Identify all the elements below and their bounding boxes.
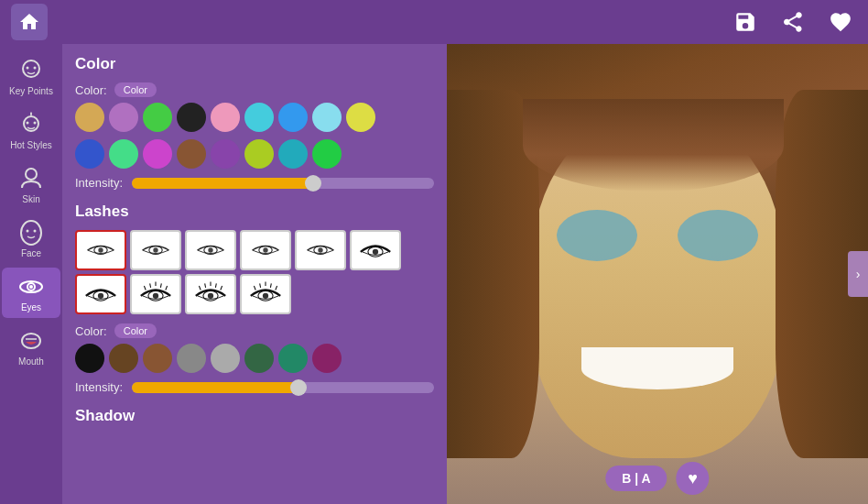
eyes-area [557, 210, 759, 261]
svg-line-31 [144, 286, 146, 290]
lash-color-swatches [75, 344, 434, 373]
color-swatch-row1-0[interactable] [75, 103, 104, 132]
intensity-label-lash: Intensity: [75, 380, 123, 394]
lash-color-swatch-5[interactable] [244, 344, 274, 373]
svg-line-35 [166, 286, 168, 290]
color-swatch-row1-1[interactable] [109, 103, 138, 132]
color-section: Color Color: Color Intensity: [75, 55, 434, 190]
heart-icon [829, 10, 852, 34]
shadow-section-title: Shadow [75, 407, 434, 425]
color-swatch-row2-1[interactable] [109, 139, 138, 169]
svg-point-30 [153, 293, 158, 299]
lash-color-swatch-3[interactable] [177, 344, 206, 373]
svg-line-45 [254, 286, 255, 290]
lashes-grid [75, 230, 434, 314]
chevron-right-button[interactable]: › [848, 251, 868, 297]
home-button[interactable] [11, 4, 48, 40]
intensity-slider-color[interactable] [132, 178, 434, 189]
color-swatch-row2-7[interactable] [312, 139, 342, 169]
lash-item-1[interactable] [130, 230, 181, 270]
svg-line-41 [215, 283, 216, 288]
sidebar-item-skin[interactable]: Skin [2, 159, 60, 210]
color-swatch-row1-4[interactable] [211, 103, 240, 132]
mouth-icon [17, 327, 45, 355]
svg-point-7 [21, 221, 41, 245]
left-eye [557, 210, 637, 261]
color-swatch-row1-7[interactable] [312, 103, 342, 132]
sidebar-label-key-points: Key Points [9, 86, 53, 96]
sidebar-item-key-points[interactable]: Key Points [2, 51, 60, 102]
color-swatch-row1-5[interactable] [244, 103, 274, 132]
main-container: Key Points Hot Styles Skin [0, 44, 868, 504]
lash-item-8[interactable] [185, 274, 236, 314]
sidebar-label-face: Face [21, 248, 41, 258]
lash-item-2[interactable] [185, 230, 236, 270]
save-icon [733, 10, 757, 34]
lash-item-3[interactable] [240, 230, 291, 270]
right-eye [678, 210, 758, 261]
lash-item-0[interactable] [75, 230, 126, 270]
sidebar-item-hot-styles[interactable]: Hot Styles [2, 105, 60, 156]
face-icon [17, 219, 45, 247]
color-swatch-row2-4[interactable] [211, 139, 240, 169]
svg-point-4 [27, 122, 29, 125]
photo-bottom-bar: B | A ♥ [605, 462, 709, 495]
lash-item-7[interactable] [130, 274, 181, 314]
color-swatch-row1-3[interactable] [177, 103, 206, 132]
sidebar: Key Points Hot Styles Skin [0, 44, 62, 504]
sidebar-label-eyes: Eyes [21, 302, 41, 312]
svg-point-28 [98, 293, 103, 299]
sidebar-item-eyes[interactable]: Eyes [2, 268, 60, 318]
intensity-row-lash: Intensity: [75, 380, 434, 394]
save-button[interactable] [729, 5, 762, 38]
svg-point-44 [263, 293, 268, 299]
key-points-icon [17, 57, 45, 84]
color-swatch-row1-8[interactable] [346, 103, 375, 132]
lash-color-swatch-7[interactable] [312, 344, 342, 373]
photo-heart-button[interactable]: ♥ [677, 462, 710, 495]
color-swatch-row2-5[interactable] [244, 139, 274, 169]
sidebar-label-skin: Skin [22, 194, 39, 204]
lash-color-swatch-2[interactable] [143, 344, 172, 373]
lash-color-swatch-0[interactable] [75, 344, 104, 373]
intensity-slider-lash[interactable] [132, 382, 434, 393]
hot-styles-icon [17, 111, 45, 138]
svg-line-46 [260, 283, 261, 288]
color-swatch-row1-2[interactable] [143, 103, 172, 132]
svg-point-2 [34, 67, 37, 70]
lash-color-swatch-6[interactable] [278, 344, 308, 373]
home-icon [18, 11, 40, 33]
bia-button[interactable]: B | A [605, 466, 667, 491]
color-swatch-row2-2[interactable] [143, 139, 172, 169]
lash-item-9[interactable] [240, 274, 291, 314]
lash-color-pill-button[interactable]: Color [114, 323, 157, 338]
color-swatch-row2-0[interactable] [75, 139, 104, 169]
svg-line-39 [205, 283, 206, 288]
lash-item-4[interactable] [295, 230, 346, 270]
svg-line-34 [160, 283, 161, 288]
color-pill-button[interactable]: Color [114, 82, 157, 97]
color-swatch-row2-6[interactable] [278, 139, 308, 169]
sidebar-item-face[interactable]: Face [2, 214, 60, 264]
topbar [0, 0, 868, 44]
color-swatch-row1-6[interactable] [278, 103, 308, 132]
lash-color-swatch-4[interactable] [211, 344, 240, 373]
color-swatch-row2-3[interactable] [177, 139, 206, 169]
lash-item-5[interactable] [350, 230, 401, 270]
color-row-label: Color: Color [75, 82, 434, 97]
skin-icon [17, 165, 45, 192]
sidebar-item-mouth[interactable]: Mouth [2, 322, 60, 372]
lash-color-swatch-1[interactable] [109, 344, 138, 373]
svg-line-32 [150, 283, 151, 288]
photo-heart-icon: ♥ [688, 469, 698, 488]
favorite-button[interactable] [824, 5, 857, 38]
svg-point-6 [26, 169, 37, 180]
sidebar-label-mouth: Mouth [18, 356, 44, 367]
lash-item-6[interactable] [75, 274, 126, 314]
color-section-title: Color [75, 55, 434, 73]
eyes-icon [17, 273, 45, 301]
share-button[interactable] [776, 5, 809, 38]
intensity-label-color: Intensity: [75, 176, 123, 190]
color-swatches-row2 [75, 139, 434, 169]
svg-point-20 [208, 247, 212, 252]
